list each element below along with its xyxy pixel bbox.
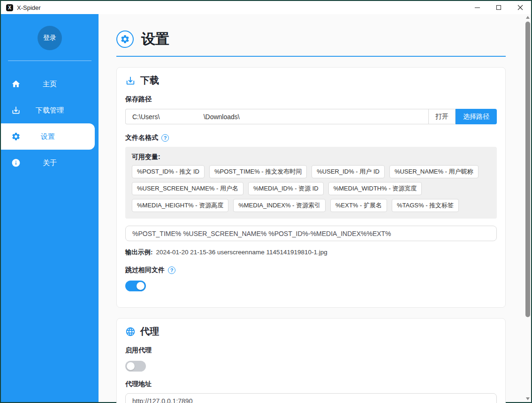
download-tray-icon	[125, 76, 136, 86]
variable-chip: %POST_TIME% - 推文发布时间	[209, 165, 307, 178]
main-area: 设置 下载 保存路径 打开 选择路径 文件名	[99, 14, 531, 402]
proxy-section-title: 代理	[125, 325, 497, 338]
download-section-title: 下载	[125, 74, 497, 87]
output-example-label: 输出示例:	[125, 249, 153, 256]
home-icon	[11, 79, 21, 89]
window-title: X-Spider	[17, 4, 41, 11]
variable-chip: %MEDIA_HEIGHT% - 资源高度	[132, 199, 228, 212]
scroll-up-icon	[526, 16, 530, 19]
section-title-text: 下载	[140, 74, 159, 87]
scrollbar-thumb[interactable]	[525, 22, 530, 317]
sidebar-item-about[interactable]: 关于	[1, 150, 99, 176]
app-window: X X-Spider 登录 主页	[0, 0, 532, 403]
variable-chip: %USER_NAME% - 用户昵称	[389, 165, 479, 178]
open-button[interactable]: 打开	[428, 109, 456, 124]
scroll-down-icon	[526, 397, 530, 400]
download-section: 下载 保存路径 打开 选择路径 文件名格式 ? 可用变量: %POST_	[116, 67, 506, 308]
variables-panel: 可用变量: %POST_ID% - 推文 ID%POST_TIME% - 推文发…	[125, 147, 497, 219]
help-icon[interactable]: ?	[168, 266, 175, 274]
output-example-value: 2024-01-20 21-15-36 userscreenname 11451…	[156, 249, 327, 256]
maximize-icon	[496, 5, 501, 10]
download-icon	[11, 105, 21, 115]
filename-format-label-row: 文件名格式 ?	[125, 134, 497, 142]
filename-format-label: 文件名格式	[125, 134, 158, 142]
gear-icon	[116, 30, 134, 48]
sidebar-item-home[interactable]: 主页	[1, 71, 99, 97]
save-path-group: 打开 选择路径	[125, 109, 497, 124]
window-controls	[466, 1, 531, 14]
skip-same-label-row: 跳过相同文件 ?	[125, 266, 497, 274]
help-icon[interactable]: ?	[161, 134, 169, 142]
proxy-address-label: 代理地址	[125, 380, 497, 388]
app-logo-icon: X	[6, 4, 13, 11]
sidebar: 登录 主页 下载管理	[1, 14, 99, 402]
sidebar-menu: 主页 下载管理 设置	[1, 71, 99, 176]
save-path-label: 保存路径	[125, 95, 497, 104]
skip-same-toggle[interactable]	[125, 281, 146, 291]
enable-proxy-toggle[interactable]	[125, 361, 146, 372]
variable-chip: %MEDIA_WIDTH% - 资源宽度	[328, 182, 422, 195]
variable-chip: %MEDIA_INDEX% - 资源索引	[233, 199, 326, 212]
output-example-line: 输出示例:2024-01-20 21-15-36 userscreenname …	[125, 248, 497, 257]
variable-chip: %USER_SCREEN_NAME% - 用户名	[132, 182, 243, 195]
close-button[interactable]	[509, 1, 531, 14]
maximize-button[interactable]	[488, 1, 509, 14]
enable-proxy-label: 启用代理	[125, 346, 497, 355]
variable-chip: %POST_ID% - 推文 ID	[132, 165, 205, 178]
info-icon	[11, 158, 21, 168]
scroll-up-button[interactable]	[524, 14, 531, 21]
page-header: 设置	[116, 30, 506, 49]
header-divider	[116, 56, 506, 57]
login-button[interactable]: 登录	[38, 26, 62, 50]
gear-icon	[11, 131, 21, 142]
sidebar-item-download-manager[interactable]: 下载管理	[1, 97, 99, 123]
minimize-icon	[475, 8, 480, 8]
scrollbar[interactable]	[524, 14, 531, 402]
skip-same-label: 跳过相同文件	[125, 266, 165, 274]
minimize-button[interactable]	[466, 1, 488, 14]
proxy-address-input[interactable]	[125, 393, 497, 403]
save-path-input[interactable]	[125, 109, 428, 124]
variable-chip: %MEDIA_ID% - 资源 ID	[248, 182, 324, 195]
toggle-knob	[127, 362, 135, 370]
toggle-knob	[137, 282, 144, 290]
filename-format-input[interactable]	[125, 226, 497, 241]
sidebar-divider	[8, 61, 91, 61]
section-title-text: 代理	[140, 325, 159, 338]
variable-chip-row: %POST_ID% - 推文 ID%POST_TIME% - 推文发布时间%US…	[132, 165, 490, 178]
variable-chip-row: %MEDIA_HEIGHT% - 资源高度%MEDIA_INDEX% - 资源索…	[132, 199, 490, 212]
globe-icon	[125, 327, 136, 337]
variable-chip: %USER_ID% - 用户 ID	[312, 165, 385, 178]
sidebar-item-settings[interactable]: 设置	[1, 123, 95, 150]
title-bar: X X-Spider	[1, 1, 531, 14]
title-bar-left: X X-Spider	[1, 4, 41, 11]
variable-chip-row: %USER_SCREEN_NAME% - 用户名%MEDIA_ID% - 资源 …	[132, 182, 490, 195]
choose-path-button[interactable]: 选择路径	[456, 109, 497, 124]
variable-chip: %EXT% - 扩展名	[330, 199, 387, 212]
scrollbar-track[interactable]	[524, 21, 531, 395]
proxy-section: 代理 启用代理 代理地址	[116, 318, 506, 403]
app-body: 登录 主页 下载管理	[1, 14, 531, 402]
variable-chip: %TAGS% - 推文标签	[392, 199, 459, 212]
variables-title: 可用变量:	[132, 153, 490, 161]
scroll-down-button[interactable]	[524, 395, 531, 402]
variable-chip-rows: %POST_ID% - 推文 ID%POST_TIME% - 推文发布时间%US…	[132, 165, 490, 212]
close-icon	[517, 5, 523, 10]
page-title: 设置	[141, 30, 169, 49]
settings-page: 设置 下载 保存路径 打开 选择路径 文件名	[116, 14, 506, 402]
